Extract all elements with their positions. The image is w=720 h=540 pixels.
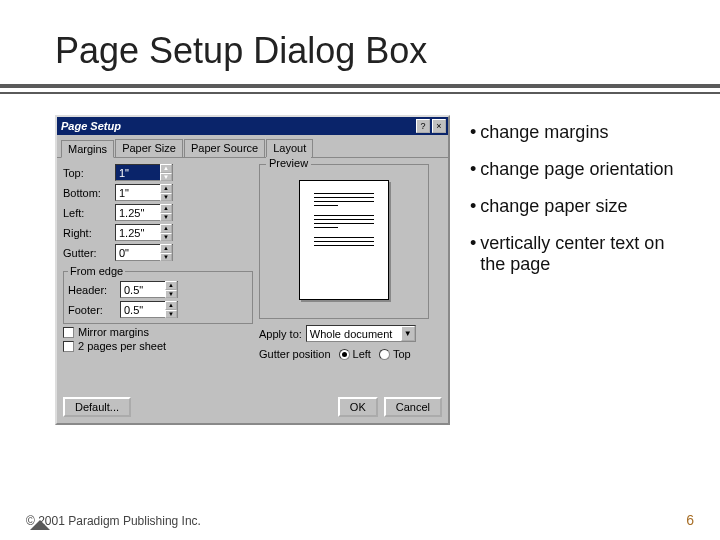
preview-legend: Preview (266, 157, 311, 169)
mirror-margins-row[interactable]: Mirror margins (63, 326, 253, 338)
bullet-dot: • (470, 196, 476, 217)
from-edge-group: From edge Header: 0.5" ▲▼ Footer: 0.5" ▲… (63, 265, 253, 324)
header-field[interactable]: 0.5" ▲▼ (120, 281, 178, 298)
bullet-4: vertically center text on the page (480, 233, 690, 275)
gutter-top-radio[interactable] (379, 349, 390, 360)
right-margin-field[interactable]: 1.25" ▲▼ (115, 224, 173, 241)
top-label: Top: (63, 167, 115, 179)
gutter-top-label: Top (393, 348, 411, 360)
bullet-dot: • (470, 233, 476, 275)
right-label: Right: (63, 227, 115, 239)
tab-paper-source[interactable]: Paper Source (184, 139, 265, 157)
bottom-label: Bottom: (63, 187, 115, 199)
gutter-label: Gutter: (63, 247, 115, 259)
corner-decoration (30, 520, 50, 530)
header-spinner[interactable]: ▲▼ (165, 281, 177, 298)
tab-layout[interactable]: Layout (266, 139, 313, 157)
gutter-field[interactable]: 0" ▲▼ (115, 244, 173, 261)
left-label: Left: (63, 207, 115, 219)
gutter-left-radio[interactable] (339, 349, 350, 360)
close-button[interactable]: × (432, 119, 446, 133)
title-rule-1 (0, 84, 720, 88)
tab-paper-size[interactable]: Paper Size (115, 139, 183, 157)
left-margin-field[interactable]: 1.25" ▲▼ (115, 204, 173, 221)
mirror-margins-label: Mirror margins (78, 326, 149, 338)
two-pages-label: 2 pages per sheet (78, 340, 166, 352)
top-spinner[interactable]: ▲▼ (160, 164, 172, 181)
preview-group: Preview (259, 164, 429, 319)
footer-field[interactable]: 0.5" ▲▼ (120, 301, 178, 318)
header-value: 0.5" (121, 284, 165, 296)
bottom-margin-value: 1" (116, 187, 160, 199)
header-label: Header: (68, 284, 120, 296)
bullet-list: •change margins •change page orientation… (470, 122, 690, 291)
bullet-dot: • (470, 122, 476, 143)
apply-to-value: Whole document (310, 328, 393, 340)
bullet-1: change margins (480, 122, 608, 143)
bottom-spinner[interactable]: ▲▼ (160, 184, 172, 201)
bullet-dot: • (470, 159, 476, 180)
two-pages-checkbox[interactable] (63, 341, 74, 352)
tab-margins[interactable]: Margins (61, 140, 114, 158)
right-spinner[interactable]: ▲▼ (160, 224, 172, 241)
left-margin-value: 1.25" (116, 207, 160, 219)
footer-value: 0.5" (121, 304, 165, 316)
slide-title: Page Setup Dialog Box (55, 30, 427, 72)
bottom-margin-field[interactable]: 1" ▲▼ (115, 184, 173, 201)
left-spinner[interactable]: ▲▼ (160, 204, 172, 221)
gutter-left-label: Left (353, 348, 371, 360)
dialog-titlebar: Page Setup ? × (57, 117, 448, 135)
footer-spinner[interactable]: ▲▼ (165, 301, 177, 318)
apply-to-dropdown[interactable]: Whole document ▼ (306, 325, 416, 342)
page-preview (299, 180, 389, 300)
chevron-down-icon: ▼ (401, 326, 415, 341)
two-pages-row[interactable]: 2 pages per sheet (63, 340, 253, 352)
ok-button[interactable]: OK (338, 397, 378, 417)
dialog-caption: Page Setup (61, 120, 121, 132)
default-button[interactable]: Default... (63, 397, 131, 417)
from-edge-legend: From edge (68, 265, 125, 277)
page-setup-dialog: Page Setup ? × Margins Paper Size Paper … (55, 115, 450, 425)
tab-strip: Margins Paper Size Paper Source Layout (57, 135, 448, 158)
gutter-value: 0" (116, 247, 160, 259)
title-rule-2 (0, 92, 720, 94)
gutter-spinner[interactable]: ▲▼ (160, 244, 172, 261)
top-margin-value: 1" (116, 167, 160, 179)
bullet-2: change page orientation (480, 159, 673, 180)
top-margin-field[interactable]: 1" ▲▼ (115, 164, 173, 181)
page-number: 6 (686, 512, 694, 528)
apply-to-label: Apply to: (259, 328, 302, 340)
gutter-position-label: Gutter position (259, 348, 331, 360)
right-margin-value: 1.25" (116, 227, 160, 239)
copyright-footer: © 2001 Paradigm Publishing Inc. (26, 514, 201, 528)
bullet-3: change paper size (480, 196, 627, 217)
mirror-margins-checkbox[interactable] (63, 327, 74, 338)
help-button[interactable]: ? (416, 119, 430, 133)
cancel-button[interactable]: Cancel (384, 397, 442, 417)
footer-label: Footer: (68, 304, 120, 316)
